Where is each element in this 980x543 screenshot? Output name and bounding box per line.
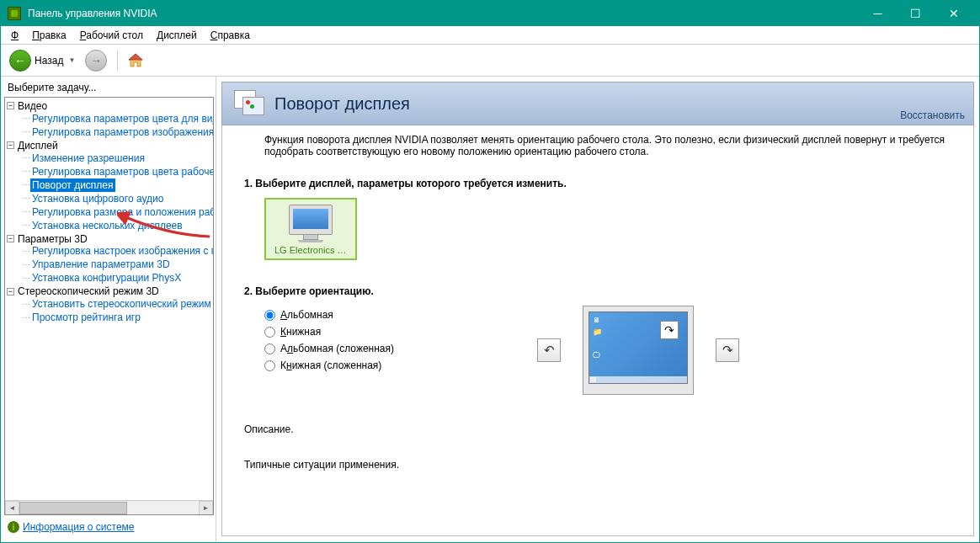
rotate-cw-button[interactable]: ↷ bbox=[716, 338, 739, 362]
forward-button[interactable]: → bbox=[82, 48, 110, 73]
restore-link[interactable]: Восстановить bbox=[900, 109, 965, 121]
monitor-icon bbox=[289, 205, 333, 242]
page-header-icon bbox=[234, 90, 266, 117]
tree-item-resolution[interactable]: Изменение разрешения bbox=[30, 152, 146, 165]
page-title: Поворот дисплея bbox=[274, 94, 410, 114]
info-icon: i bbox=[8, 521, 19, 533]
tree-item-digital-audio[interactable]: Установка цифрового аудио bbox=[30, 192, 165, 205]
menu-help[interactable]: Справка bbox=[204, 28, 257, 43]
display-name-label: LG Electronics … bbox=[274, 245, 347, 255]
back-button[interactable]: ← Назад ▼ bbox=[6, 48, 78, 73]
tree-cat-display[interactable]: Дисплей bbox=[18, 140, 58, 152]
tree-item-multi-display[interactable]: Установка нескольких дисплеев bbox=[30, 219, 184, 232]
tree-item-size-position[interactable]: Регулировка размера и положения рабо bbox=[30, 205, 214, 219]
tree-toggle-video[interactable]: − bbox=[7, 102, 14, 109]
nvidia-icon bbox=[8, 7, 21, 20]
system-info-link-row: iИнформация о системе bbox=[4, 515, 216, 538]
tree-toggle-display[interactable]: − bbox=[7, 141, 14, 149]
radio-portrait[interactable]: Книжная bbox=[264, 326, 394, 338]
tree-item-desktop-color[interactable]: Регулировка параметров цвета рабочег bbox=[30, 165, 214, 178]
sidebar-title: Выберите задачу... bbox=[4, 80, 216, 95]
tree-cat-video[interactable]: Видео bbox=[18, 100, 47, 112]
scroll-thumb[interactable] bbox=[19, 502, 127, 514]
back-dropdown-icon[interactable]: ▼ bbox=[68, 56, 75, 64]
home-button[interactable] bbox=[125, 50, 146, 72]
preview-screen: 🖥 📁 🖵 ↷ bbox=[589, 311, 688, 384]
tree-item-stereo-setup[interactable]: Установить стереоскопический режим 3 bbox=[30, 297, 214, 311]
content-pane: Поворот дисплея Восстановить Функция пов… bbox=[216, 77, 979, 541]
tree-item-physx[interactable]: Установка конфигурации PhysX bbox=[30, 271, 183, 285]
tree-item-game-rating[interactable]: Просмотр рейтинга игр bbox=[30, 311, 142, 324]
forward-icon: → bbox=[85, 50, 107, 72]
rotate-ccw-button[interactable]: ↶ bbox=[537, 338, 561, 362]
tree-item-video-color[interactable]: Регулировка параметров цвета для вид bbox=[30, 112, 214, 125]
tree-item-video-image[interactable]: Регулировка параметров изображения д bbox=[30, 125, 214, 139]
titlebar: Панель управления NVIDIA ─ ☐ ✕ bbox=[1, 1, 979, 26]
menu-file[interactable]: Ф bbox=[4, 28, 25, 43]
desktop-icon: 📁 bbox=[593, 327, 601, 336]
desktop-icon: 🖵 bbox=[593, 351, 601, 359]
tree-item-3d-image[interactable]: Регулировка настроек изображения с пр bbox=[30, 244, 214, 258]
minimize-button[interactable]: ─ bbox=[859, 1, 897, 26]
sidebar: Выберите задачу... −Видео ⋯Регулировка п… bbox=[1, 77, 216, 541]
radio-landscape-flipped[interactable]: Альбомная (сложенная) bbox=[264, 343, 394, 354]
tree-item-3d-manage[interactable]: Управление параметрами 3D bbox=[30, 258, 172, 271]
usage-label: Типичные ситуации применения. bbox=[244, 459, 956, 471]
menu-display[interactable]: Дисплей bbox=[150, 28, 204, 43]
tree-toggle-stereo[interactable]: − bbox=[7, 288, 14, 295]
preview-monitor: 🖥 📁 🖵 ↷ bbox=[583, 306, 694, 395]
desktop-icon: 🖥 bbox=[593, 316, 601, 324]
scroll-left-button[interactable]: ◄ bbox=[5, 501, 19, 515]
tree-cat-stereo[interactable]: Стереоскопический режим 3D bbox=[18, 285, 159, 297]
scroll-right-button[interactable]: ► bbox=[199, 501, 213, 515]
orientation-radio-group: Альбомная Книжная Альбомная (сложенная) … bbox=[264, 306, 394, 371]
tree-item-rotate[interactable]: Поворот дисплея bbox=[30, 178, 115, 192]
rotate-indicator-icon: ↷ bbox=[660, 321, 679, 339]
toolbar-separator bbox=[117, 51, 118, 71]
system-info-link[interactable]: Информация о системе bbox=[23, 521, 134, 533]
back-icon: ← bbox=[9, 50, 31, 72]
close-button[interactable]: ✕ bbox=[935, 1, 972, 26]
tree-cat-3d[interactable]: Параметры 3D bbox=[18, 232, 88, 244]
task-tree: −Видео ⋯Регулировка параметров цвета для… bbox=[4, 97, 214, 515]
menu-edit[interactable]: Правка bbox=[25, 28, 73, 43]
maximize-button[interactable]: ☐ bbox=[897, 1, 935, 26]
step1-heading: 1. Выберите дисплей, параметры которого … bbox=[244, 178, 956, 189]
page-description: Функция поворота дисплея NVIDIA позволяе… bbox=[264, 134, 956, 157]
preview-area: ↶ 🖥 📁 🖵 ↷ ↷ bbox=[537, 306, 739, 395]
display-selector[interactable]: LG Electronics … bbox=[264, 198, 357, 260]
step2-heading: 2. Выберите ориентацию. bbox=[244, 285, 956, 297]
radio-portrait-flipped[interactable]: Книжная (сложенная) bbox=[264, 359, 394, 371]
description-label: Описание. bbox=[244, 423, 956, 435]
tree-scrollbar-horizontal[interactable]: ◄ ► bbox=[5, 500, 213, 514]
scroll-track[interactable] bbox=[19, 501, 199, 515]
radio-landscape[interactable]: Альбомная bbox=[264, 309, 394, 321]
menu-desktop[interactable]: Рабочий стол bbox=[73, 28, 150, 43]
preview-taskbar bbox=[589, 376, 687, 383]
tree-toggle-3d[interactable]: − bbox=[7, 235, 14, 242]
window-title: Панель управления NVIDIA bbox=[28, 8, 859, 19]
page-header: Поворот дисплея Восстановить bbox=[221, 82, 974, 125]
page-body: Функция поворота дисплея NVIDIA позволяе… bbox=[221, 125, 974, 536]
menubar: Ф Правка Рабочий стол Дисплей Справка bbox=[1, 26, 979, 45]
home-icon bbox=[126, 51, 145, 70]
toolbar: ← Назад ▼ → bbox=[1, 45, 979, 77]
